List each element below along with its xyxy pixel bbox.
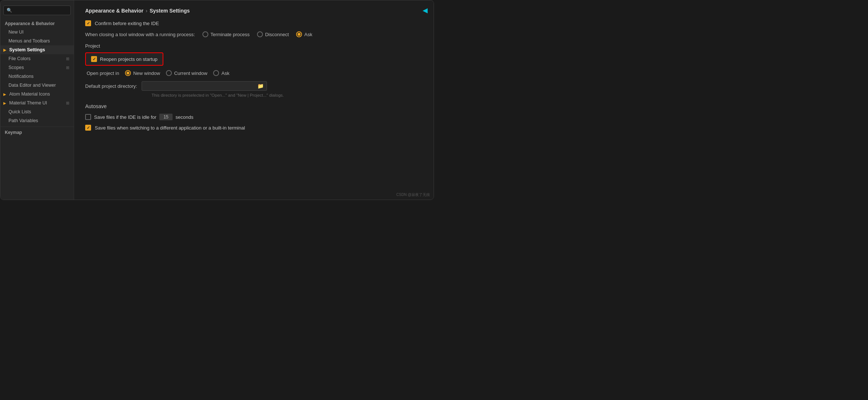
sidebar-item-label: Quick Lists [8,109,31,114]
confirm-exit-checkbox[interactable]: ✓ [85,20,91,26]
sidebar-item-label: New UI [8,30,24,35]
expand-arrow-icon-atom: ▶ [3,92,6,96]
sidebar-divider [0,127,74,127]
directory-input[interactable]: 📁 [142,81,267,91]
open-project-label: Open project in [87,70,119,76]
sidebar: 🔍 Appearance & Behavior New UI Menus and… [0,0,74,200]
new-window-radio[interactable] [125,70,131,76]
main-content: Appearance & Behavior › System Settings … [74,0,434,200]
directory-row: Default project directory: 📁 [85,81,423,91]
closing-options-row: When closing a tool window with a runnin… [85,31,423,37]
watermark: CSDN @寂夜了无痕 [396,192,430,197]
radio-dot [298,33,301,36]
project-heading: Project [85,43,423,49]
expand-arrow-icon: ▶ [3,48,6,52]
breadcrumb-parent: Appearance & Behavior [85,8,143,14]
sidebar-item-material-theme[interactable]: ▶ Material Theme UI ⊞ [0,99,74,107]
sidebar-item-quick-lists[interactable]: Quick Lists [0,107,74,116]
search-box[interactable]: 🔍 [3,6,71,15]
scopes-icon: ⊞ [66,65,69,70]
expand-arrow-icon-material: ▶ [3,101,6,105]
sidebar-item-notifications[interactable]: Notifications [0,72,74,81]
save-idle-checkbox[interactable] [85,114,91,120]
sidebar-item-label: Scopes [8,65,24,70]
sidebar-item-file-colors[interactable]: File Colors ⊞ [0,54,74,63]
closing-label: When closing a tool window with a runnin… [85,32,195,37]
sidebar-item-menus-toolbars[interactable]: Menus and Toolbars [0,37,74,45]
confirm-exit-row: ✓ Confirm before exiting the IDE [85,20,423,26]
terminate-option[interactable]: Terminate process [202,31,250,37]
new-window-dot [126,72,129,75]
back-arrow-button[interactable]: ◀ [423,6,428,14]
save-idle-row: Save files if the IDE is idle for second… [85,114,423,120]
sidebar-section-appearance: Appearance & Behavior [0,20,74,28]
sidebar-section-keymap: Keymap [0,128,74,137]
directory-label: Default project directory: [85,83,137,89]
material-theme-icon: ⊞ [66,101,69,106]
sidebar-item-label: File Colors [8,56,31,61]
sidebar-item-label: Atom Material Icons [9,92,50,97]
folder-icon[interactable]: 📁 [257,83,264,89]
sidebar-item-scopes[interactable]: Scopes ⊞ [0,63,74,72]
disconnect-option[interactable]: Disconnect [257,31,289,37]
settings-window: 🔍 Appearance & Behavior New UI Menus and… [0,0,434,200]
autosave-section: Autosave Save files if the IDE is idle f… [85,103,423,131]
terminate-label: Terminate process [211,32,250,37]
breadcrumb-separator: › [146,8,147,14]
ask-project-option[interactable]: Ask [213,70,229,76]
checkmark-icon: ✓ [87,21,90,26]
open-project-row: Open project in New window Current windo… [85,70,423,76]
autosave-heading: Autosave [85,103,423,109]
save-switching-label: Save files when switching to a different… [95,125,245,131]
sidebar-item-atom-material[interactable]: ▶ Atom Material Icons [0,90,74,99]
save-idle-input[interactable] [159,114,173,120]
save-switching-row: ✓ Save files when switching to a differe… [85,125,423,131]
ask-process-radio[interactable] [296,31,302,37]
disconnect-radio[interactable] [257,31,263,37]
current-window-label: Current window [174,70,207,76]
save-switching-checkmark: ✓ [87,125,90,130]
new-window-option[interactable]: New window [125,70,160,76]
confirm-exit-label: Confirm before exiting the IDE [95,21,159,26]
ask-process-option[interactable]: Ask [296,31,312,37]
save-idle-label-before: Save files if the IDE is idle for [94,114,156,120]
ask-project-radio[interactable] [213,70,219,76]
new-window-label: New window [133,70,160,76]
ask-process-label: Ask [304,32,312,37]
sidebar-item-label: Data Editor and Viewer [8,83,56,88]
reopen-projects-checkbox[interactable]: ✓ [91,56,97,62]
sidebar-item-label: Menus and Toolbars [8,38,50,44]
ask-project-label: Ask [221,70,229,76]
file-colors-icon: ⊞ [66,56,69,61]
terminate-radio[interactable] [202,31,208,37]
current-window-radio[interactable] [166,70,172,76]
reopen-projects-row: ✓ Reopen projects on startup [85,52,163,66]
reopen-checkmark-icon: ✓ [93,57,96,62]
sidebar-item-path-variables[interactable]: Path Variables [0,116,74,125]
breadcrumb: Appearance & Behavior › System Settings [85,8,423,14]
sidebar-item-label: Notifications [8,74,34,79]
current-window-option[interactable]: Current window [166,70,207,76]
sidebar-item-system-settings[interactable]: ▶ System Settings [0,45,74,54]
breadcrumb-current: System Settings [150,8,190,14]
search-input[interactable] [14,8,67,13]
reopen-projects-label: Reopen projects on startup [100,56,157,62]
sidebar-item-new-ui[interactable]: New UI [0,28,74,37]
sidebar-item-label: Material Theme UI [9,100,47,106]
sidebar-item-label: System Settings [9,47,45,52]
sidebar-item-label: Path Variables [8,118,38,123]
sidebar-item-data-editor[interactable]: Data Editor and Viewer [0,81,74,90]
directory-hint: This directory is preselected in "Open..… [85,93,423,97]
disconnect-label: Disconnect [265,32,289,37]
save-idle-label-after: seconds [176,114,193,120]
search-icon: 🔍 [7,8,12,13]
save-switching-checkbox[interactable]: ✓ [85,125,91,131]
project-section: Project ✓ Reopen projects on startup Ope… [85,43,423,97]
